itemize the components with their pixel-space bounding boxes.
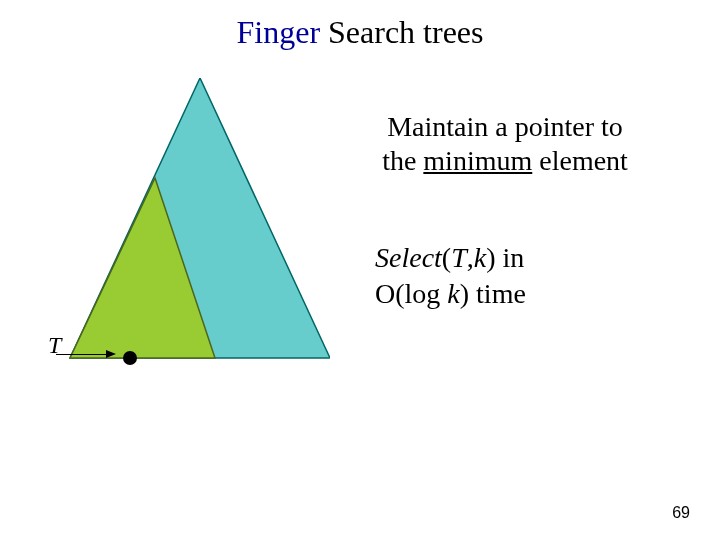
complexity-text: Select(T,k) in O(log k) time [375,240,675,313]
arrow-head-icon [106,350,116,358]
caption-text: Maintain a pointer to the minimum elemen… [325,110,685,177]
caption-line2-pre: the [382,145,423,176]
caption-minimum: minimum [423,145,532,176]
select-word: Select [375,242,442,273]
bigO-k: k [447,278,459,309]
pointer-arrow-icon [56,350,116,360]
slide-title: Finger Search trees [0,14,720,51]
title-accent-word: Finger [236,14,320,50]
tree-diagram [40,78,330,378]
title-rest: Search trees [320,14,483,50]
arg-T: T [451,242,467,273]
finger-dot-icon [123,351,137,365]
paren-close: ) [486,242,495,273]
arg-k: k [474,242,486,273]
tree-svg [40,78,330,378]
paren-open: ( [442,242,451,273]
slide-number: 69 [672,504,690,522]
arg-sep: , [467,242,474,273]
caption-line1: Maintain a pointer to [387,111,623,142]
time-word: time [469,278,526,309]
arrow-line [56,354,108,355]
caption-line2-post: element [532,145,628,176]
in-word: in [496,242,525,273]
bigO-post: ) [460,278,469,309]
bigO-pre: O(log [375,278,447,309]
